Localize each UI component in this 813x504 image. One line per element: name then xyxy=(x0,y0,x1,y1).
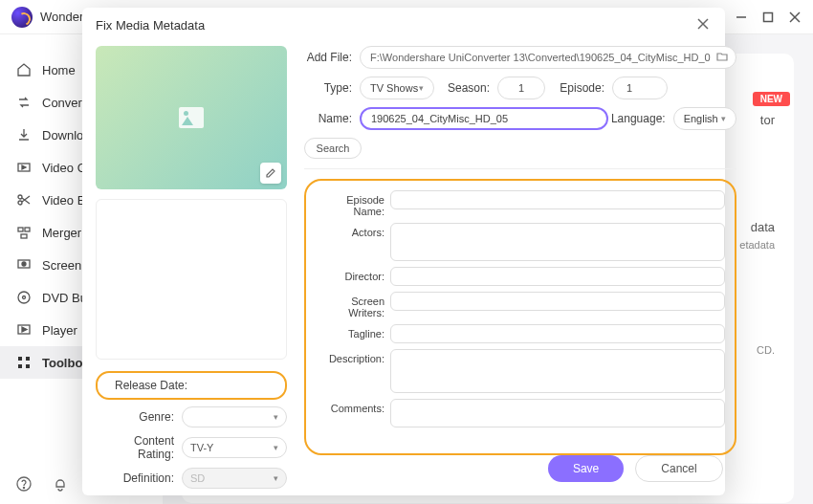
new-badge: NEW xyxy=(753,92,790,106)
dvd-icon xyxy=(15,289,33,306)
director-input[interactable] xyxy=(390,267,725,286)
svg-rect-8 xyxy=(25,228,30,231)
bg-text-fragment: tor xyxy=(760,113,775,127)
bg-text-fragment: data xyxy=(751,220,775,234)
help-icon[interactable] xyxy=(15,475,33,493)
close-icon[interactable] xyxy=(788,11,802,24)
sidebar-label: Home xyxy=(42,63,76,77)
screen-record-icon xyxy=(15,256,33,274)
screen-writers-input[interactable] xyxy=(390,292,725,311)
comments-input[interactable] xyxy=(390,399,725,427)
toolbox-icon xyxy=(15,354,33,371)
bell-icon[interactable] xyxy=(52,475,69,493)
svg-point-12 xyxy=(18,292,30,303)
release-date-input[interactable] xyxy=(195,375,281,396)
sidebar-label: Convert xyxy=(42,96,86,110)
name-input[interactable]: 190625_04_CityMisc_HD_05 xyxy=(360,107,608,130)
svg-rect-15 xyxy=(18,357,22,361)
definition-label: Definition: xyxy=(96,471,182,485)
description-label: Description: xyxy=(316,349,390,364)
release-date-label: Release Date: xyxy=(98,379,195,392)
sidebar-label: Merger xyxy=(42,226,81,240)
app-logo xyxy=(11,7,33,28)
minimize-icon[interactable] xyxy=(735,11,748,24)
episode-label: Episode: xyxy=(545,81,612,95)
svg-rect-17 xyxy=(18,364,22,368)
search-button[interactable]: Search xyxy=(304,138,362,159)
content-rating-select[interactable]: TV-Y▾ xyxy=(182,437,287,458)
tagline-input[interactable] xyxy=(390,324,725,343)
episode-name-label: Episode Name: xyxy=(316,190,390,217)
svg-rect-18 xyxy=(26,364,30,368)
episode-input[interactable]: 1 xyxy=(612,77,668,99)
bg-text-fragment: etadata xyxy=(739,239,775,251)
browse-folder-icon[interactable] xyxy=(715,50,731,65)
comments-label: Comments: xyxy=(316,399,390,414)
scissors-icon xyxy=(15,191,33,208)
thumbnail-preview xyxy=(96,46,287,189)
metadata-fields-panel: Episode Name: Actors: Director: Screen W… xyxy=(304,179,736,455)
definition-select[interactable]: SD▾ xyxy=(182,468,287,489)
svg-point-20 xyxy=(23,487,24,488)
svg-point-11 xyxy=(22,262,26,266)
actors-input[interactable] xyxy=(390,223,725,261)
tagline-label: Tagline: xyxy=(316,324,390,340)
type-label: Type: xyxy=(304,81,360,95)
fix-metadata-modal: Fix Media Metadata Release Date: Genre: xyxy=(82,8,725,495)
modal-title: Fix Media Metadata xyxy=(96,18,205,33)
screen-writers-label: Screen Writers: xyxy=(316,292,390,318)
season-label: Season: xyxy=(434,81,497,95)
video-compress-icon xyxy=(15,159,33,176)
svg-point-13 xyxy=(23,296,26,299)
player-icon xyxy=(15,321,33,339)
edit-thumbnail-button[interactable] xyxy=(260,163,281,184)
app-title: Wonder xyxy=(40,10,83,24)
image-placeholder-icon xyxy=(179,107,204,128)
director-label: Director: xyxy=(316,267,390,282)
actors-label: Actors: xyxy=(316,223,390,238)
cancel-button[interactable]: Cancel xyxy=(635,455,722,482)
genre-select[interactable]: ▾ xyxy=(182,406,287,427)
sidebar-label: Player xyxy=(42,323,77,338)
episode-name-input[interactable] xyxy=(390,190,725,209)
genre-label: Genre: xyxy=(96,410,182,424)
svg-point-6 xyxy=(18,201,22,205)
season-input[interactable]: 1 xyxy=(497,77,545,99)
type-select[interactable]: TV Shows▾ xyxy=(360,77,434,99)
metadata-preview-box xyxy=(96,199,287,360)
content-rating-label: Content Rating: xyxy=(96,434,182,461)
maximize-icon[interactable] xyxy=(761,11,775,24)
divider xyxy=(304,168,736,169)
convert-icon xyxy=(15,94,33,111)
merge-icon xyxy=(15,224,33,241)
svg-rect-7 xyxy=(18,228,23,231)
description-input[interactable] xyxy=(390,349,725,393)
svg-rect-1 xyxy=(764,12,773,21)
svg-rect-9 xyxy=(21,234,27,238)
download-icon xyxy=(15,126,33,143)
language-select[interactable]: English▾ xyxy=(673,107,736,130)
svg-point-5 xyxy=(18,195,22,199)
add-file-label: Add File: xyxy=(304,51,360,64)
sidebar-label: DVD Bu xyxy=(42,291,87,305)
name-label: Name: xyxy=(304,112,360,125)
home-icon xyxy=(15,61,33,78)
language-label: Language: xyxy=(608,112,673,125)
save-button[interactable]: Save xyxy=(548,455,624,482)
bg-text-fragment: CD. xyxy=(757,344,775,356)
modal-close-button[interactable] xyxy=(696,17,712,33)
svg-rect-16 xyxy=(26,357,30,361)
add-file-path[interactable]: F:\Wondershare UniConverter 13\Converted… xyxy=(360,46,736,69)
